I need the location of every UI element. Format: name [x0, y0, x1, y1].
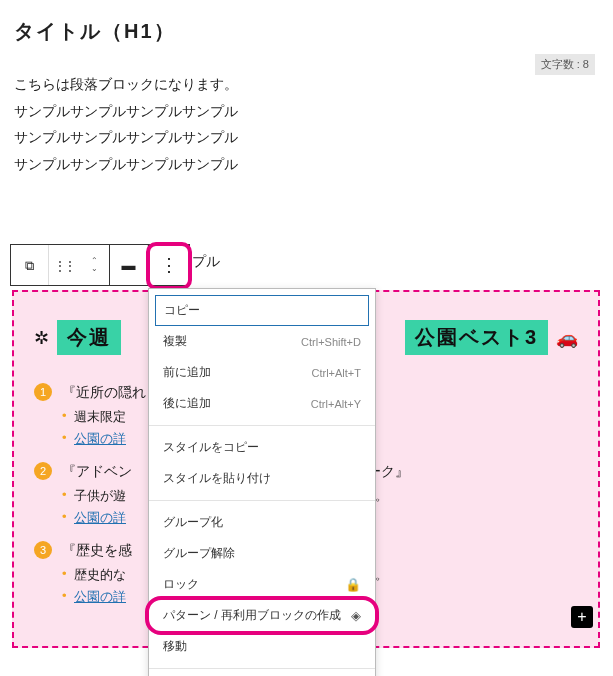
menu-item-copy-style[interactable]: スタイルをコピー — [149, 432, 375, 463]
detail-link[interactable]: 公園の詳 — [74, 431, 126, 446]
heading-left: 今週 — [57, 320, 121, 355]
more-icon — [160, 254, 178, 276]
lock-icon: 🔒 — [345, 577, 361, 592]
heading-right: 公園ベスト3 — [405, 320, 548, 355]
align-button[interactable] — [110, 245, 148, 285]
block-options-menu: コピー 複製Ctrl+Shift+D 前に追加Ctrl+Alt+T 後に追加Ct… — [148, 288, 376, 676]
char-count-badge: 文字数 : 8 — [535, 54, 595, 75]
page-title: タイトル（H1） — [14, 18, 603, 45]
menu-item-duplicate[interactable]: 複製Ctrl+Shift+D — [149, 326, 375, 357]
menu-item-ungroup[interactable]: グループ解除 — [149, 538, 375, 569]
menu-item-paste-style[interactable]: スタイルを貼り付け — [149, 463, 375, 494]
paragraph-block[interactable]: こちらは段落ブロックになります。 サンプルサンプルサンプルサンプル サンプルサン… — [14, 71, 603, 177]
menu-item-create-reusable[interactable]: パターン / 再利用ブロックの作成◈ — [149, 600, 375, 631]
menu-item-lock[interactable]: ロック🔒 — [149, 569, 375, 600]
menu-item-copy[interactable]: コピー — [155, 295, 369, 326]
para-line: サンプルサンプルサンプルサンプル — [14, 124, 603, 151]
menu-item-move[interactable]: 移動 — [149, 631, 375, 662]
select-parent-button[interactable] — [11, 245, 49, 285]
para-line: サンプルサンプルサンプルサンプル — [14, 98, 603, 125]
para-line: サンプルサンプルサンプルサンプル — [14, 151, 603, 178]
diamond-icon: ◈ — [351, 608, 361, 623]
more-options-button[interactable] — [149, 245, 189, 285]
menu-item-insert-before[interactable]: 前に追加Ctrl+Alt+T — [149, 357, 375, 388]
drag-handle-button[interactable] — [49, 257, 79, 273]
move-updown-button[interactable]: ⌃⌄ — [79, 257, 109, 273]
menu-item-group[interactable]: グループ化 — [149, 507, 375, 538]
rank-badge: 1 — [34, 383, 52, 401]
add-block-button[interactable]: + — [571, 606, 593, 628]
drag-icon — [54, 257, 74, 273]
para-line: こちらは段落ブロックになります。 — [14, 71, 603, 98]
rank-badge: 2 — [34, 462, 52, 480]
item-title: 『アドベン — [62, 463, 132, 479]
menu-item-insert-after[interactable]: 後に追加Ctrl+Alt+Y — [149, 388, 375, 419]
rank-badge: 3 — [34, 541, 52, 559]
copy-outline-icon — [25, 257, 34, 274]
item-title: 『近所の隠れ — [62, 384, 146, 400]
item-title: 『歴史を感 — [62, 542, 132, 558]
detail-link[interactable]: 公園の詳 — [74, 510, 126, 525]
accessibility-icon: ✲ — [34, 327, 49, 349]
detail-link[interactable]: 公園の詳 — [74, 589, 126, 604]
block-toolbar: ⌃⌄ — [10, 244, 190, 286]
updown-icon: ⌃⌄ — [91, 257, 98, 273]
car-icon: 🚗 — [556, 327, 578, 349]
align-icon — [122, 257, 136, 273]
